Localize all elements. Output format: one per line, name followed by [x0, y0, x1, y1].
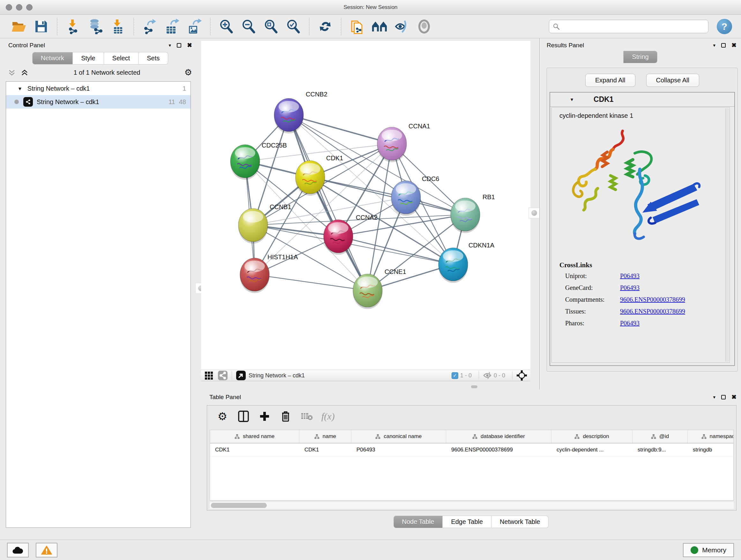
network-row[interactable]: String Network – cdk1 11 48: [6, 95, 191, 109]
results-scrollbar[interactable]: [725, 108, 729, 362]
delete-table-icon[interactable]: [300, 410, 313, 423]
export-table-button[interactable]: [164, 18, 180, 35]
network-canvas[interactable]: CCNB2CCNA1CDC25BCDK1CDC6RB1CCNB1CCNA2CDK…: [201, 41, 530, 370]
float-panel-icon[interactable]: [721, 43, 726, 48]
tab-select[interactable]: Select: [104, 52, 139, 64]
edge-HIST1H1A-CCNE1[interactable]: [255, 274, 367, 291]
memory-button[interactable]: Memory: [683, 543, 734, 557]
new-network-from-selection-button[interactable]: [349, 18, 365, 35]
close-panel-icon[interactable]: ✖: [731, 42, 737, 49]
zoom-selected-button[interactable]: [285, 18, 301, 35]
detach-view-icon[interactable]: [236, 370, 246, 381]
node-CDKN1A[interactable]: CDKN1A: [439, 242, 495, 283]
tab-node-table[interactable]: Node Table: [394, 516, 443, 528]
edge-CDK1-RB1[interactable]: [310, 177, 465, 214]
node-CCNB2[interactable]: CCNB2: [274, 91, 327, 133]
birdseye-navigator-icon[interactable]: [516, 370, 527, 381]
export-network-button[interactable]: [142, 18, 158, 35]
close-panel-icon[interactable]: ✖: [731, 393, 737, 401]
crosslink-link[interactable]: P06493: [620, 320, 639, 327]
float-panel-icon[interactable]: [721, 395, 726, 399]
crosslink-link[interactable]: P06493: [620, 272, 639, 280]
table-settings-gear-icon[interactable]: ⚙: [216, 410, 229, 423]
apply-preferred-layout-button[interactable]: [317, 18, 333, 35]
zoom-out-icon: [241, 19, 256, 34]
crosslink-link[interactable]: P06493: [620, 284, 639, 292]
column-header-description[interactable]: description: [551, 430, 632, 443]
tab-string[interactable]: String: [623, 51, 657, 63]
tab-network[interactable]: Network: [32, 52, 73, 64]
show-hide-graphics-details-button[interactable]: [394, 18, 410, 35]
tab-style[interactable]: Style: [73, 52, 104, 64]
import-network-button[interactable]: [65, 18, 81, 35]
warnings-button[interactable]: [36, 543, 57, 557]
panel-menu-icon[interactable]: ▾: [713, 43, 716, 48]
tab-sets[interactable]: Sets: [138, 52, 168, 64]
open-session-button[interactable]: [11, 18, 27, 35]
column-header-canonical-name[interactable]: canonical name: [351, 430, 446, 443]
node-RB1[interactable]: RB1: [451, 193, 495, 233]
panel-menu-icon[interactable]: ▾: [169, 43, 172, 48]
delete-column-trash-icon[interactable]: [279, 410, 292, 423]
crosslink-link[interactable]: 9606.ENSP00000378699: [620, 296, 685, 303]
column-header-name[interactable]: name: [299, 430, 351, 443]
zoom-out-button[interactable]: [241, 18, 257, 35]
right-splitter-handle[interactable]: [529, 207, 540, 219]
network-collection-row[interactable]: ▼ String Network – cdk1 1: [6, 82, 191, 95]
tab-network-table[interactable]: Network Table: [491, 516, 549, 528]
table-cell[interactable]: P06493: [351, 443, 446, 456]
panel-menu-icon[interactable]: ▾: [713, 394, 716, 400]
close-panel-icon[interactable]: ✖: [187, 42, 192, 49]
node-CCNE1[interactable]: CCNE1: [353, 268, 406, 309]
first-neighbors-button[interactable]: [372, 18, 387, 35]
search-input[interactable]: [560, 23, 705, 29]
edge-CCNB2-CCNE1[interactable]: [289, 115, 367, 291]
table-cell[interactable]: stringdb:9...: [632, 443, 688, 456]
save-session-button[interactable]: [33, 18, 49, 35]
float-panel-icon[interactable]: [177, 43, 181, 48]
table-cell[interactable]: CDK1: [210, 443, 299, 456]
export-image-button[interactable]: [186, 18, 202, 35]
zoom-in-button[interactable]: [218, 18, 234, 35]
column-header-database-identifier[interactable]: database identifier: [446, 430, 551, 443]
collapse-all-icon[interactable]: [8, 70, 17, 76]
node-HIST1H1A[interactable]: HIST1H1A: [240, 253, 298, 293]
selected-checkbox-icon[interactable]: ✓: [452, 372, 458, 379]
collapse-card-icon[interactable]: ▾: [570, 97, 573, 103]
table-cell[interactable]: stringdb: [688, 443, 734, 456]
table-cell[interactable]: 9606.ENSP00000378699: [446, 443, 551, 456]
import-network-from-database-button[interactable]: [87, 18, 104, 35]
show-columns-icon[interactable]: [237, 410, 250, 423]
crosslink-link[interactable]: 9606.ENSP00000378699: [620, 308, 685, 315]
node-CDK1[interactable]: CDK1: [295, 154, 343, 196]
protein-card-header[interactable]: ▾ CDK1: [550, 92, 734, 107]
expand-all-icon[interactable]: [21, 70, 29, 76]
table-cell[interactable]: cyclin-dependent ...: [551, 443, 632, 456]
grid-view-icon[interactable]: [204, 371, 214, 380]
function-builder-button[interactable]: f(x): [321, 411, 335, 422]
collection-expand-icon[interactable]: ▼: [17, 86, 22, 91]
collapse-all-button[interactable]: Collapse All: [646, 74, 699, 87]
tab-edge-table[interactable]: Edge Table: [443, 516, 491, 528]
cloud-status-button[interactable]: [7, 543, 29, 557]
table-row[interactable]: CDK1CDK1P064939606.ENSP00000378699cyclin…: [210, 443, 733, 457]
network-options-gear-icon[interactable]: ⚙: [185, 68, 192, 77]
zoom-fit-button[interactable]: [263, 18, 279, 35]
birdseye-view-button[interactable]: [416, 18, 432, 35]
network-share-view-icon[interactable]: [218, 370, 228, 381]
table-horizontal-scrollbar[interactable]: [210, 502, 734, 509]
bottom-splitter-handle[interactable]: [471, 385, 477, 388]
column-header-@id[interactable]: @id: [632, 430, 688, 443]
scrollbar-thumb[interactable]: [211, 503, 267, 508]
add-column-icon[interactable]: [258, 410, 271, 423]
help-button[interactable]: ?: [717, 19, 732, 34]
expand-all-button[interactable]: Expand All: [585, 74, 635, 87]
selected-counts: 1 - 0: [460, 372, 472, 379]
table-cell[interactable]: CDK1: [299, 443, 351, 456]
hidden-eye-slash-icon[interactable]: [483, 372, 492, 379]
column-header-shared-name[interactable]: shared name: [210, 430, 299, 443]
network-edges: [245, 115, 465, 291]
node-CCNA1[interactable]: CCNA1: [377, 123, 430, 162]
column-header-namespace[interactable]: namespace: [688, 430, 734, 443]
import-table-button[interactable]: [110, 18, 126, 35]
